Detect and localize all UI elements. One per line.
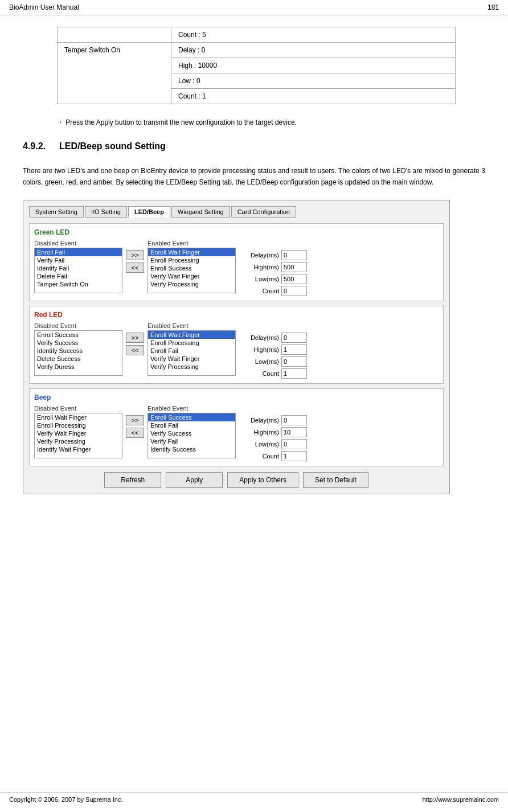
list-item[interactable]: Verify Fail — [35, 256, 122, 264]
red-left-arrow[interactable]: << — [126, 345, 144, 355]
list-item[interactable]: Verify Fail — [148, 437, 235, 445]
param-input[interactable] — [281, 427, 307, 437]
param-input[interactable] — [281, 451, 307, 461]
green-enabled-container: Enabled Event Enroll Wait FingerEnroll P… — [148, 240, 236, 293]
list-item[interactable]: Enroll Wait Finger — [35, 413, 122, 421]
beep-right-arrow[interactable]: >> — [126, 415, 144, 425]
green-arrow-buttons: >> << — [126, 240, 144, 273]
section-number: 4.9.2. — [23, 141, 46, 151]
section-title: LED/Beep sound Setting — [59, 141, 166, 151]
tab-bar: System SettingI/O SettingLED/BeepWiegand… — [29, 206, 444, 218]
tab-system-setting[interactable]: System Setting — [29, 206, 84, 218]
list-item[interactable]: Enroll Fail — [35, 248, 122, 256]
beep-enabled-list[interactable]: Enroll SuccessEnroll FailVerify SuccessV… — [148, 413, 236, 458]
footer-copyright: Copyright © 2006, 2007 by Suprema Inc. — [9, 796, 123, 803]
table-value-cell: High : 10000 — [171, 58, 456, 73]
list-item[interactable]: Verify Wait Finger — [148, 355, 235, 363]
list-item[interactable]: Verify Wait Finger — [148, 272, 235, 280]
green-left-arrow[interactable]: << — [126, 263, 144, 273]
param-input[interactable] — [281, 415, 307, 425]
param-label: Low(ms) — [239, 358, 279, 365]
param-row: Low(ms) — [239, 356, 307, 367]
apply-button[interactable]: Apply — [166, 472, 223, 488]
list-item[interactable]: Enroll Fail — [148, 421, 235, 429]
param-label: High(ms) — [239, 264, 279, 270]
list-item[interactable]: Identify Success — [148, 445, 235, 453]
list-item[interactable]: Verify Processing — [148, 363, 235, 371]
list-item[interactable]: Enroll Processing — [148, 339, 235, 347]
green-disabled-list[interactable]: Enroll FailVerify FailIdentify FailDelet… — [34, 248, 122, 293]
page-number: 181 — [487, 3, 499, 11]
param-row: High(ms) — [239, 427, 307, 437]
doc-title: BioAdmin User Manual — [9, 3, 79, 11]
tab-card-configuration[interactable]: Card Configuration — [231, 206, 296, 218]
table-value-cell: Low : 0 — [171, 73, 456, 89]
param-input[interactable] — [281, 333, 307, 343]
list-item[interactable]: Verify Wait Finger — [35, 429, 122, 437]
apply-others-button[interactable]: Apply to Others — [227, 472, 298, 488]
beep-title: Beep — [34, 393, 439, 401]
beep-inner: Disabled Event Enroll Wait FingerEnroll … — [34, 405, 439, 461]
table-value-cell: Count : 1 — [171, 89, 456, 104]
list-item[interactable]: Verify Success — [35, 339, 122, 347]
list-item[interactable]: Verify Processing — [35, 437, 122, 445]
param-input[interactable] — [281, 439, 307, 449]
list-item[interactable]: Enroll Success — [35, 331, 122, 339]
param-label: Low(ms) — [239, 276, 279, 282]
table-label-cell: Temper Switch On — [58, 43, 171, 104]
beep-params: Delay(ms)High(ms)Low(ms)Count — [239, 405, 307, 461]
list-item[interactable]: Delete Success — [35, 355, 122, 363]
list-item[interactable]: Verify Processing — [148, 280, 235, 288]
bottom-buttons: Refresh Apply Apply to Others Set to Def… — [29, 472, 444, 488]
list-item[interactable]: Tamper Switch On — [35, 280, 122, 288]
red-disabled-list[interactable]: Enroll SuccessVerify SuccessIdentify Suc… — [34, 330, 122, 376]
tab-i/o-setting[interactable]: I/O Setting — [85, 206, 127, 218]
red-led-section: Red LED Disabled Event Enroll SuccessVer… — [29, 306, 444, 384]
param-input[interactable] — [281, 368, 307, 379]
list-item[interactable]: Enroll Processing — [35, 421, 122, 429]
tab-wiegand-setting[interactable]: Wiegand Setting — [171, 206, 230, 218]
list-item[interactable]: Enroll Processing — [148, 256, 235, 264]
list-item[interactable]: Enroll Fail — [148, 347, 235, 355]
list-item[interactable]: Enroll Wait Finger — [148, 248, 235, 256]
param-row: Count — [239, 368, 307, 379]
param-input[interactable] — [281, 274, 307, 284]
red-right-arrow[interactable]: >> — [126, 333, 144, 343]
param-label: Delay(ms) — [239, 417, 279, 424]
beep-disabled-list[interactable]: Enroll Wait FingerEnroll ProcessingVerif… — [34, 413, 122, 458]
list-item[interactable]: Delete Fail — [35, 272, 122, 280]
refresh-button[interactable]: Refresh — [104, 472, 161, 488]
red-enabled-label: Enabled Event — [148, 322, 236, 329]
ui-panel: System SettingI/O SettingLED/BeepWiegand… — [23, 200, 450, 494]
tab-led/beep[interactable]: LED/Beep — [128, 206, 170, 218]
param-input[interactable] — [281, 356, 307, 367]
list-item[interactable]: Identify Success — [35, 347, 122, 355]
red-enabled-container: Enabled Event Enroll Wait FingerEnroll P… — [148, 322, 236, 376]
set-default-button[interactable]: Set to Default — [303, 472, 368, 488]
beep-section: Beep Disabled Event Enroll Wait FingerEn… — [29, 388, 444, 466]
list-item[interactable]: Verify Duress — [35, 363, 122, 371]
param-row: Delay(ms) — [239, 415, 307, 425]
list-item[interactable]: Identify Wait Finger — [35, 445, 122, 453]
param-row: Count — [239, 286, 307, 296]
green-right-arrow[interactable]: >> — [126, 250, 144, 260]
param-row: Low(ms) — [239, 274, 307, 284]
param-row: Low(ms) — [239, 439, 307, 449]
beep-enabled-label: Enabled Event — [148, 405, 236, 412]
param-input[interactable] — [281, 262, 307, 272]
beep-left-arrow[interactable]: << — [126, 428, 144, 438]
list-item[interactable]: Identify Fail — [35, 264, 122, 272]
param-row: Count — [239, 451, 307, 461]
param-input[interactable] — [281, 250, 307, 260]
footer-website: http://www.supremainc.com — [423, 796, 499, 803]
list-item[interactable]: Verify Success — [148, 429, 235, 437]
list-item[interactable]: Enroll Success — [148, 264, 235, 272]
param-input[interactable] — [281, 345, 307, 355]
list-item[interactable]: Enroll Success — [148, 413, 235, 421]
param-input[interactable] — [281, 286, 307, 296]
list-item[interactable]: Enroll Wait Finger — [148, 331, 235, 339]
green-enabled-list[interactable]: Enroll Wait FingerEnroll ProcessingEnrol… — [148, 248, 236, 293]
red-led-title: Red LED — [34, 311, 439, 319]
red-led-inner: Disabled Event Enroll SuccessVerify Succ… — [34, 322, 439, 379]
red-enabled-list[interactable]: Enroll Wait FingerEnroll ProcessingEnrol… — [148, 330, 236, 376]
